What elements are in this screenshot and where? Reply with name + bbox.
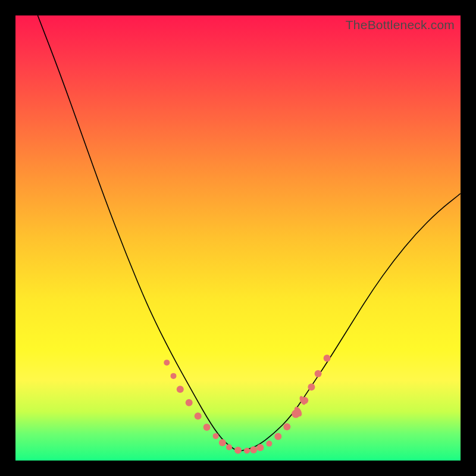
marker-dot: [324, 355, 331, 362]
chart-svg: [15, 15, 461, 461]
marker-dot: [203, 424, 211, 431]
marker-dot: [219, 439, 226, 446]
marker-dot: [250, 446, 257, 453]
marker-dot: [274, 433, 281, 440]
marker-layer: [164, 355, 330, 454]
marker-dot: [213, 433, 219, 439]
curve-left: [37, 15, 238, 452]
marker-dot: [171, 373, 177, 379]
marker-dot: [283, 423, 290, 430]
marker-dot: [244, 448, 250, 454]
marker-dot: [164, 359, 170, 365]
curve-right: [238, 193, 461, 452]
marker-dot: [315, 370, 322, 377]
marker-dot: [266, 441, 272, 447]
marker-dot: [195, 412, 202, 419]
marker-dot: [234, 447, 242, 454]
chart-frame: TheBottleneck.com: [15, 15, 461, 461]
marker-dot: [186, 399, 193, 406]
marker-dot: [177, 386, 184, 393]
marker-dot: [226, 444, 232, 450]
marker-dot: [308, 384, 315, 391]
marker-dot: [256, 444, 264, 451]
watermark-text: TheBottleneck.com: [346, 18, 455, 32]
